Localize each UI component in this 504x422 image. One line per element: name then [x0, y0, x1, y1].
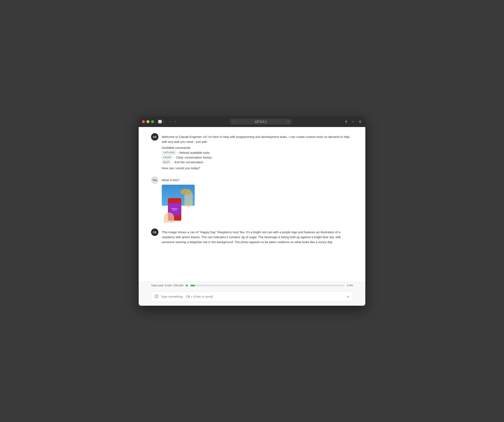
message-user: You What is this? Raspb — [151, 176, 353, 223]
titlebar: ⬜ ▾ ‹ › ⬛ ↻ ⬆ ＋ ⧉ — [139, 116, 365, 127]
token-percent: 3.0% — [347, 284, 353, 287]
command-refresh: refresh - Reload available tools — [162, 151, 353, 155]
close-button[interactable] — [142, 120, 145, 123]
send-button[interactable]: ➤ — [346, 294, 349, 299]
commands-label: Available commands: — [162, 146, 353, 149]
input-area: 🖼 ➤ — [139, 289, 365, 306]
share-icon[interactable]: ⬆ — [344, 119, 348, 124]
sidebar-icon: ⬜ — [158, 120, 162, 123]
response-content: This image shows a can of "Happy Day" Ra… — [162, 229, 353, 245]
reset-tag: reset — [162, 155, 173, 159]
tabs-icon[interactable]: ⧉ — [358, 119, 362, 124]
chat-input[interactable] — [161, 295, 344, 298]
sidebar-toggle[interactable]: ⬜ ▾ — [158, 120, 164, 123]
command-quit: quit - Exit the conversation — [162, 160, 353, 164]
reload-icon[interactable]: ↻ — [287, 120, 289, 123]
welcome-text: Welcome to Claude Engineer v3! I'm here … — [162, 135, 353, 144]
chat-area: CE Welcome to Claude Engineer v3! I'm he… — [139, 127, 365, 281]
avatar-you: You — [151, 176, 158, 184]
image-container: RaspberryIced Tea — [162, 185, 353, 223]
token-bar: Total used: 6,046 / 200,000 3.0% — [139, 281, 365, 289]
chevron-down-icon: ▾ — [163, 120, 164, 123]
refresh-tag: refresh — [162, 151, 176, 155]
page-icon: ⬛ — [232, 120, 235, 123]
avatar-ce-2: CE — [151, 229, 158, 236]
browser-window: ⬜ ▾ ‹ › ⬛ ↻ ⬆ ＋ ⧉ CE Welcome — [139, 116, 365, 306]
token-label: Total used: 6,046 / 200,000 — [151, 284, 183, 287]
command-reset: reset - Clear conversation history — [162, 155, 353, 159]
reset-desc: - Clear conversation history — [174, 156, 212, 159]
avatar-ce: CE — [151, 133, 158, 141]
titlebar-actions: ⬆ ＋ ⧉ — [344, 119, 362, 124]
minimize-button[interactable] — [146, 120, 149, 123]
message-ce-welcome: CE Welcome to Claude Engineer v3! I'm he… — [151, 133, 353, 171]
progress-bar — [190, 285, 344, 286]
progress-fill — [190, 285, 195, 286]
address-bar: ⬛ ↻ — [180, 119, 342, 124]
traffic-lights — [142, 120, 154, 123]
forward-button[interactable]: › — [173, 119, 177, 124]
chat-image: RaspberryIced Tea — [162, 185, 195, 223]
nav-controls: ‹ › — [168, 119, 177, 124]
maximize-button[interactable] — [151, 120, 154, 123]
hat-layer — [180, 189, 192, 195]
input-container: 🖼 ➤ — [151, 292, 353, 302]
quit-desc: - Exit the conversation — [173, 160, 203, 164]
refresh-desc: - Reload available tools — [178, 151, 210, 154]
new-tab-icon[interactable]: ＋ — [351, 119, 356, 124]
welcome-footer: How can I assist you today? — [162, 166, 353, 171]
message-content-welcome: Welcome to Claude Engineer v3! I'm here … — [162, 133, 353, 171]
hand-layer — [164, 212, 174, 223]
user-message-content: What is this? RaspberryIced Tea — [162, 176, 353, 223]
message-ce-response: CE This image shows a can of "Happy Day"… — [151, 229, 353, 245]
url-input[interactable] — [230, 119, 292, 124]
address-container: ⬛ ↻ — [230, 119, 292, 124]
response-text: This image shows a can of "Happy Day" Ra… — [162, 230, 353, 245]
progress-dot — [186, 284, 188, 287]
user-text: What is this? — [162, 178, 353, 183]
quit-tag: quit — [162, 160, 171, 164]
back-button[interactable]: ‹ — [168, 119, 172, 124]
image-attach-icon[interactable]: 🖼 — [155, 294, 159, 299]
